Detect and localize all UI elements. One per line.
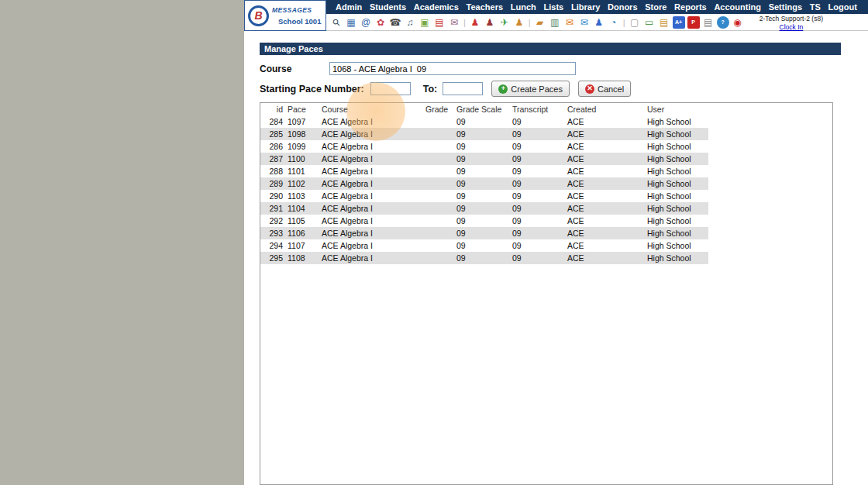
alarm-person-red-icon[interactable]: ♟ [469, 16, 481, 29]
cell-transcript: 09 [510, 202, 565, 215]
table-row[interactable]: 2841097ACE Algebra I0909ACEHigh School [260, 115, 708, 128]
table-row[interactable]: 2871100ACE Algebra I0909ACEHigh School [260, 153, 708, 165]
nav-item-academics[interactable]: Academics [414, 2, 459, 12]
nav-item-accounting[interactable]: Accounting [714, 2, 761, 12]
cell-id: 295 [260, 252, 285, 264]
folder-icon[interactable]: ▤ [658, 16, 670, 29]
calendar-red-icon[interactable]: ▤ [433, 16, 446, 29]
mail-send-blue-icon[interactable]: ✉ [578, 16, 591, 29]
search-icon[interactable]: ⚲ [328, 13, 346, 31]
nav-item-reports[interactable]: Reports [674, 2, 707, 12]
table-header-row: idPaceCourseGradeGrade ScaleTranscriptCr… [260, 103, 708, 115]
printer-icon[interactable]: ▤ [702, 16, 715, 29]
nav-menu: AdminStudentsAcademicsTeachersLunchLists… [326, 0, 868, 14]
help-icon[interactable]: ? [717, 16, 729, 29]
cell-pace: 1108 [285, 252, 319, 264]
cell-pace: 1105 [285, 215, 319, 227]
flower-icon[interactable]: ✿ [374, 16, 387, 29]
cell-grade-scale: 09 [454, 202, 510, 215]
email-at-icon[interactable]: @ [360, 16, 372, 29]
cell-course: ACE Algebra I [319, 190, 423, 202]
table-row[interactable]: 2911104ACE Algebra I0909ACEHigh School [260, 202, 708, 215]
nav-item-students[interactable]: Students [370, 2, 406, 12]
create-paces-label: Create Paces [511, 84, 563, 94]
window-gray-icon[interactable]: ▢ [629, 16, 641, 29]
cell-pace: 1100 [285, 153, 319, 165]
mail-reply-icon[interactable]: ✉ [448, 16, 460, 29]
grid-icon[interactable]: ▦ [345, 16, 357, 29]
cell-transcript: 09 [510, 215, 565, 227]
table-row[interactable]: 2901103ACE Algebra I0909ACEHigh School [260, 190, 708, 202]
cell-created: ACE [565, 239, 645, 252]
page-title: Manage Paces [260, 43, 841, 55]
cell-course: ACE Algebra I [319, 128, 423, 140]
table-row[interactable]: 2921105ACE Algebra I0909ACEHigh School [260, 215, 708, 227]
clock-blue-icon[interactable]: ◔ [608, 16, 620, 29]
cell-user: High School [645, 239, 708, 252]
nav-item-teachers[interactable]: Teachers [467, 2, 504, 12]
nav-item-library[interactable]: Library [571, 2, 600, 12]
table-row[interactable]: 2951108ACE Algebra I0909ACEHigh School [260, 252, 708, 264]
cancel-button[interactable]: ✕ Cancel [578, 81, 631, 97]
toolbar-divider: | [623, 18, 625, 27]
plane-green-icon[interactable]: ✈ [498, 16, 511, 29]
cell-user: High School [645, 128, 708, 140]
nav-item-logout[interactable]: Logout [828, 2, 857, 12]
table-row[interactable]: 2861099ACE Algebra I0909ACEHigh School [260, 140, 708, 153]
starting-pace-input[interactable] [370, 82, 411, 95]
envelope-orange-icon[interactable]: ✉ [563, 16, 576, 29]
cell-grade [423, 252, 454, 264]
cell-created: ACE [565, 140, 645, 153]
cell-user: High School [645, 190, 708, 202]
cell-grade [423, 239, 454, 252]
nav-item-lunch[interactable]: Lunch [511, 2, 536, 12]
course-input[interactable] [329, 62, 576, 75]
person-blue-icon[interactable]: ♟ [593, 16, 605, 29]
briefcase-orange-icon[interactable]: ▰ [534, 16, 546, 29]
table-row[interactable]: 2881101ACE Algebra I0909ACEHigh School [260, 165, 708, 177]
photo-icon[interactable]: ▣ [418, 16, 431, 29]
person-gold-icon[interactable]: ♟ [513, 16, 525, 29]
cell-course: ACE Algebra I [319, 177, 423, 190]
nav-item-ts[interactable]: TS [810, 2, 821, 12]
speaker-icon[interactable]: ♫ [404, 16, 416, 29]
column-header-grade: Grade [423, 103, 454, 115]
notebook-icon[interactable]: ▥ [549, 16, 561, 29]
power-icon[interactable]: ◉ [732, 16, 744, 29]
cell-id: 286 [260, 140, 285, 153]
nav-item-settings[interactable]: Settings [769, 2, 802, 12]
header-right: AdminStudentsAcademicsTeachersLunchLists… [326, 0, 868, 31]
clock-in-link[interactable]: Clock In [760, 23, 823, 32]
to-pace-input[interactable] [443, 82, 483, 95]
logo-texts: MESSAGES School 1001 [272, 6, 321, 26]
column-header-transcript: Transcript [510, 103, 565, 115]
table-row[interactable]: 2891102ACE Algebra I0909ACEHigh School [260, 177, 708, 190]
cell-id: 290 [260, 190, 285, 202]
column-header-user: User [645, 103, 708, 115]
phone-icon[interactable]: ☎ [389, 16, 401, 29]
paces-table: idPaceCourseGradeGrade ScaleTranscriptCr… [260, 103, 708, 264]
cell-pace: 1107 [285, 239, 319, 252]
cell-course: ACE Algebra I [319, 239, 423, 252]
cell-user: High School [645, 227, 708, 239]
cell-grade [423, 128, 454, 140]
nav-item-lists[interactable]: Lists [544, 2, 564, 12]
cell-grade [423, 165, 454, 177]
card-green-icon[interactable]: ▭ [643, 16, 656, 29]
cell-grade [423, 190, 454, 202]
cell-user: High School [645, 153, 708, 165]
table-row[interactable]: 2931106ACE Algebra I0909ACEHigh School [260, 227, 708, 239]
pdf-icon[interactable]: P [687, 16, 700, 29]
nav-item-admin[interactable]: Admin [336, 2, 362, 12]
cell-user: High School [645, 252, 708, 264]
grade-aplus-icon[interactable]: A+ [673, 16, 685, 29]
nav-item-donors[interactable]: Donors [608, 2, 638, 12]
nav-item-store[interactable]: Store [645, 2, 666, 12]
table-row[interactable]: 2851098ACE Algebra I0909ACEHigh School [260, 128, 708, 140]
table-row[interactable]: 2941107ACE Algebra I0909ACEHigh School [260, 239, 708, 252]
cell-grade-scale: 09 [454, 239, 510, 252]
person-darkred-icon[interactable]: ♟ [484, 16, 496, 29]
cell-grade-scale: 09 [454, 252, 510, 264]
create-paces-button[interactable]: + Create Paces [491, 81, 570, 97]
cell-grade [423, 153, 454, 165]
